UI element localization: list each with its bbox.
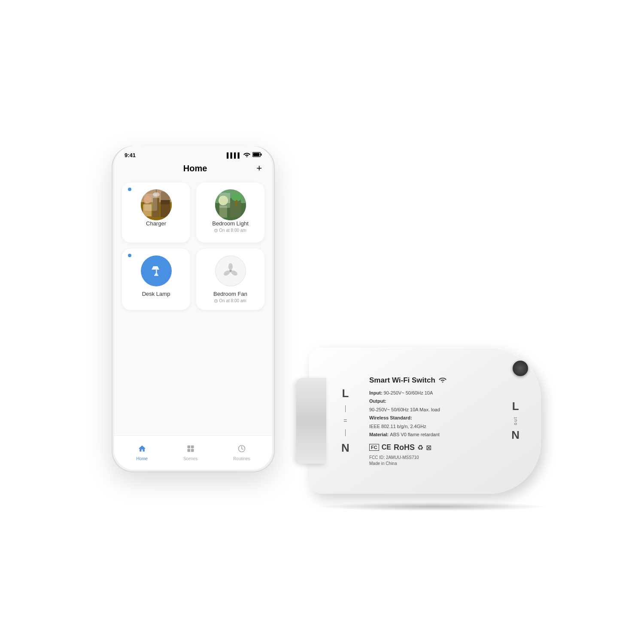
svg-rect-9 (143, 196, 151, 204)
svg-point-11 (153, 192, 160, 197)
main-scene: 9:41 ▌▌▌▌ (86, 129, 558, 515)
svg-rect-34 (191, 446, 194, 449)
spec-output-value: 90-250V~ 50/60Hz 10A Max. load (369, 406, 447, 413)
device-card-charger[interactable]: Charger (122, 182, 190, 243)
bedroom-light-name: Bedroom Light (212, 220, 249, 227)
switch-left-tab (296, 378, 326, 464)
device-grid: Charger (114, 179, 272, 313)
svg-rect-36 (191, 449, 194, 452)
weee-cert: ⊠ (426, 444, 431, 452)
bedroom-light-schedule: On at 8:00 am (214, 228, 246, 233)
made-in: Made in China (369, 461, 447, 466)
switch-body: L = N Smart Wi-Fi Switch (309, 348, 541, 494)
svg-rect-19 (236, 200, 237, 207)
switch-device: L = N Smart Wi-Fi Switch (292, 322, 558, 511)
home-nav-icon (138, 444, 146, 455)
desk-lamp-name: Desk Lamp (142, 291, 170, 297)
terminal-line-2 (345, 429, 346, 436)
bedroom-fan-name: Bedroom Fan (213, 291, 247, 297)
active-dot-charger (128, 188, 131, 191)
svg-rect-15 (219, 206, 227, 218)
rohs-cert: RoHS (394, 443, 415, 452)
svg-rect-25 (155, 273, 158, 275)
status-bar: 9:41 ▌▌▌▌ (114, 146, 272, 161)
recycling-cert: ♻ (417, 444, 423, 452)
add-button[interactable]: + (256, 163, 262, 174)
svg-point-38 (442, 381, 443, 383)
svg-point-27 (228, 263, 233, 270)
svg-rect-2 (261, 153, 262, 155)
nav-label-home: Home (136, 456, 148, 461)
nav-item-home[interactable]: Home (136, 444, 148, 461)
device-card-bedroom-fan[interactable]: Bedroom Fan On at 8:00 am (196, 249, 264, 310)
scenes-nav-icon (186, 444, 195, 455)
device-card-bedroom-light[interactable]: Bedroom Light On at 8:00 am (196, 182, 264, 243)
terminal-L-left: L (342, 387, 349, 400)
nav-label-scenes: Scenes (183, 456, 197, 461)
spec-output-label: Output: (369, 398, 447, 405)
svg-rect-6 (143, 204, 152, 216)
app-header: Home + (114, 161, 272, 179)
terminal-L-right: L (512, 400, 519, 413)
svg-rect-33 (187, 446, 190, 449)
terminal-line-1 (345, 405, 346, 412)
bottom-nav: Home Scenes Routines (114, 435, 272, 470)
wifi-icon (243, 152, 250, 158)
app-title: Home (134, 164, 256, 173)
device-card-desk-lamp[interactable]: Desk Lamp (122, 249, 190, 310)
terminal-right: L out N (511, 348, 519, 494)
bedroom-fan-icon (215, 255, 246, 286)
spec-wireless-label: Wireless Standard: (369, 414, 447, 422)
certifications: FC CE RoHS ♻ ⊠ (369, 443, 447, 452)
ce-cert: CE (382, 444, 391, 451)
terminal-N-right: N (511, 428, 519, 442)
wifi-indicator (439, 376, 447, 385)
switch-shadow (318, 502, 550, 511)
signal-icon: ▌▌▌▌ (227, 152, 241, 158)
fcc-id: FCC ID: 2AMUU-MSS710 (369, 455, 447, 460)
spec-input: Input: 90-250V~ 50/60Hz 10A (369, 389, 447, 397)
svg-rect-3 (253, 153, 259, 156)
svg-point-0 (246, 156, 248, 157)
phone-screen: 9:41 ▌▌▌▌ (114, 146, 272, 470)
active-dot-desk-lamp (128, 254, 131, 257)
charger-name: Charger (146, 220, 166, 227)
svg-rect-7 (153, 198, 159, 217)
charger-photo (141, 189, 172, 220)
status-icons: ▌▌▌▌ (227, 152, 262, 158)
svg-point-17 (219, 196, 228, 205)
spec-wireless-value: IEEE 802.11 b/g/n, 2.4GHz (369, 423, 447, 430)
switch-model: Smart Wi-Fi Switch (369, 376, 447, 385)
phone: 9:41 ▌▌▌▌ (112, 146, 275, 472)
fc-cert: FC (369, 444, 379, 451)
bedroom-light-photo (215, 189, 246, 220)
terminal-equals: = (343, 417, 347, 424)
terminal-out: out (513, 416, 518, 425)
svg-rect-35 (187, 449, 190, 452)
svg-rect-8 (161, 200, 170, 217)
spec-material: Material: ABS V0 flame retardant (369, 431, 447, 438)
bedroom-fan-schedule: On at 8:00 am (214, 298, 246, 303)
terminal-N-left: N (341, 441, 349, 455)
nav-item-scenes[interactable]: Scenes (183, 444, 197, 461)
switch-content: Smart Wi-Fi Switch Input: 90-250V~ 50/60… (369, 376, 447, 466)
nav-label-routines: Routines (233, 456, 250, 461)
desk-lamp-icon (141, 255, 172, 286)
routines-nav-icon (237, 444, 246, 455)
battery-icon (252, 152, 262, 158)
terminal-left: L = N (341, 348, 349, 494)
svg-rect-14 (219, 196, 228, 205)
time: 9:41 (125, 152, 136, 158)
nav-item-routines[interactable]: Routines (233, 444, 250, 461)
